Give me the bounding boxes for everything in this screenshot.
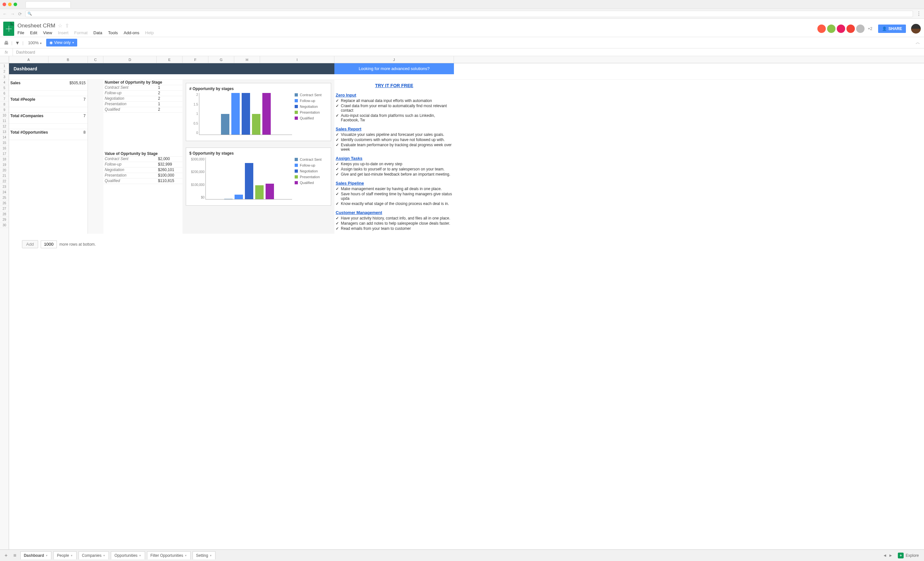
- row-number[interactable]: 1: [0, 63, 9, 69]
- menu-edit[interactable]: Edit: [30, 30, 37, 35]
- row-number[interactable]: 27: [0, 206, 9, 211]
- promo-section-link[interactable]: Sales Pipeline: [334, 180, 454, 186]
- row-number[interactable]: 22: [0, 178, 9, 184]
- column-header[interactable]: H: [234, 56, 260, 63]
- filter-icon[interactable]: ▼: [15, 40, 20, 45]
- view-only-button[interactable]: ◉ View only ▾: [46, 39, 77, 46]
- row-number[interactable]: 13: [0, 129, 9, 135]
- overflow-icon[interactable]: ⋮: [916, 10, 921, 17]
- back-icon[interactable]: ←: [3, 11, 7, 16]
- move-folder-icon[interactable]: ⇪: [65, 22, 69, 29]
- browser-tab[interactable]: [26, 1, 71, 8]
- legend-item: Qualified: [295, 181, 328, 185]
- menu-file[interactable]: File: [18, 30, 24, 35]
- table-row: Contract Sent$2,000: [104, 157, 183, 162]
- row-number[interactable]: 16: [0, 145, 9, 151]
- row-number[interactable]: 15: [0, 140, 9, 145]
- row-number[interactable]: 20: [0, 168, 9, 173]
- promo-section-link[interactable]: Customer Management: [334, 209, 454, 215]
- promo-section-link[interactable]: Assign Tasks: [334, 155, 454, 162]
- row-number[interactable]: 5: [0, 85, 9, 91]
- table-row: Follow-up$32,999: [104, 162, 183, 168]
- select-all-cell[interactable]: [0, 56, 9, 63]
- column-header[interactable]: I: [260, 56, 334, 63]
- row-number[interactable]: 30: [0, 222, 9, 228]
- collapse-toolbar-icon[interactable]: ︿: [916, 40, 920, 45]
- menu-help[interactable]: Help: [145, 30, 154, 35]
- menu-view[interactable]: View: [43, 30, 52, 35]
- column-header[interactable]: G: [208, 56, 234, 63]
- column-header[interactable]: F: [183, 56, 208, 63]
- sheets-logo-icon[interactable]: [3, 22, 14, 36]
- forward-icon[interactable]: →: [10, 11, 15, 16]
- collaborator-overflow[interactable]: +2: [868, 27, 872, 31]
- menu-add-ons[interactable]: Add-ons: [124, 30, 139, 35]
- row-number[interactable]: 29: [0, 217, 9, 222]
- add-rows-input[interactable]: [41, 241, 57, 248]
- url-input[interactable]: 🔍: [25, 10, 913, 17]
- row-number[interactable]: 7: [0, 96, 9, 102]
- row-number[interactable]: 21: [0, 173, 9, 178]
- column-header[interactable]: A: [9, 56, 48, 63]
- chart-count[interactable]: # Opportunity by stages 21.510.50 Contra…: [186, 83, 331, 141]
- window-close-icon[interactable]: [3, 3, 6, 6]
- column-header[interactable]: D: [104, 56, 157, 63]
- dashboard-banner: Dashboard: [9, 63, 334, 74]
- formula-value[interactable]: Dashboard: [13, 50, 35, 55]
- column-header[interactable]: C: [88, 56, 104, 63]
- collaborator-avatar[interactable]: [856, 24, 864, 33]
- row-number[interactable]: 25: [0, 195, 9, 200]
- row-number[interactable]: 28: [0, 211, 9, 217]
- table-row: Negotiation$260,101: [104, 168, 183, 173]
- metric-value: 7: [48, 113, 88, 118]
- row-number[interactable]: 11: [0, 118, 9, 124]
- menu-tools[interactable]: Tools: [108, 30, 118, 35]
- collaborator-avatar[interactable]: [846, 24, 855, 33]
- row-number[interactable]: 3: [0, 74, 9, 80]
- row-number[interactable]: 4: [0, 80, 9, 85]
- window-maximize-icon[interactable]: [14, 3, 17, 6]
- row-number[interactable]: 8: [0, 102, 9, 107]
- table-row: Follow-up2: [104, 91, 183, 96]
- menu-insert[interactable]: Insert: [58, 30, 69, 35]
- row-number[interactable]: 17: [0, 151, 9, 157]
- reload-icon[interactable]: ⟳: [18, 11, 22, 16]
- column-header[interactable]: E: [157, 56, 183, 63]
- row-number[interactable]: 14: [0, 135, 9, 140]
- share-button[interactable]: 👤 SHARE: [878, 24, 906, 33]
- row-number[interactable]: 2: [0, 69, 9, 74]
- row-number[interactable]: 12: [0, 124, 9, 129]
- row-number[interactable]: 24: [0, 190, 9, 195]
- chart-title: $ Opportunity by stages: [189, 151, 328, 156]
- row-number[interactable]: 10: [0, 113, 9, 118]
- collaborator-avatar[interactable]: [837, 24, 845, 33]
- profile-avatar[interactable]: [911, 24, 921, 34]
- promo-section-link[interactable]: Zero Input: [334, 91, 454, 98]
- chart-value[interactable]: $ Opportunity by stages $300,000$200,000…: [186, 148, 331, 206]
- promo-bullet: ✓Crawl data from your email to automatic…: [334, 103, 454, 113]
- promo-section-link[interactable]: Sales Report: [334, 125, 454, 132]
- column-header[interactable]: B: [48, 56, 88, 63]
- collaborator-avatar[interactable]: [818, 24, 826, 33]
- row-number[interactable]: 23: [0, 184, 9, 190]
- row-number[interactable]: 19: [0, 162, 9, 168]
- row-number[interactable]: 9: [0, 107, 9, 113]
- try-free-link[interactable]: TRY IT FOR FREE: [375, 83, 413, 88]
- menu-format[interactable]: Format: [74, 30, 87, 35]
- star-icon[interactable]: ☆: [58, 22, 62, 29]
- row-number[interactable]: 6: [0, 91, 9, 96]
- add-rows-button[interactable]: Add: [22, 240, 38, 248]
- column-headers: ABCDEFGHIJ: [0, 56, 924, 63]
- row-number[interactable]: 18: [0, 157, 9, 162]
- collaborator-avatar[interactable]: [827, 24, 836, 33]
- print-icon[interactable]: 🖶: [4, 40, 9, 45]
- row-number[interactable]: 26: [0, 200, 9, 206]
- column-header[interactable]: J: [334, 56, 454, 63]
- promo-banner[interactable]: Looking for more advanced solutions?: [334, 63, 454, 74]
- zoom-select[interactable]: 100% ▾: [28, 40, 42, 45]
- window-minimize-icon[interactable]: [8, 3, 12, 6]
- metric-value: 8: [48, 130, 88, 135]
- browser-chrome: [0, 0, 924, 9]
- menu-data[interactable]: Data: [93, 30, 102, 35]
- doc-title[interactable]: Onesheet CRM: [18, 22, 55, 29]
